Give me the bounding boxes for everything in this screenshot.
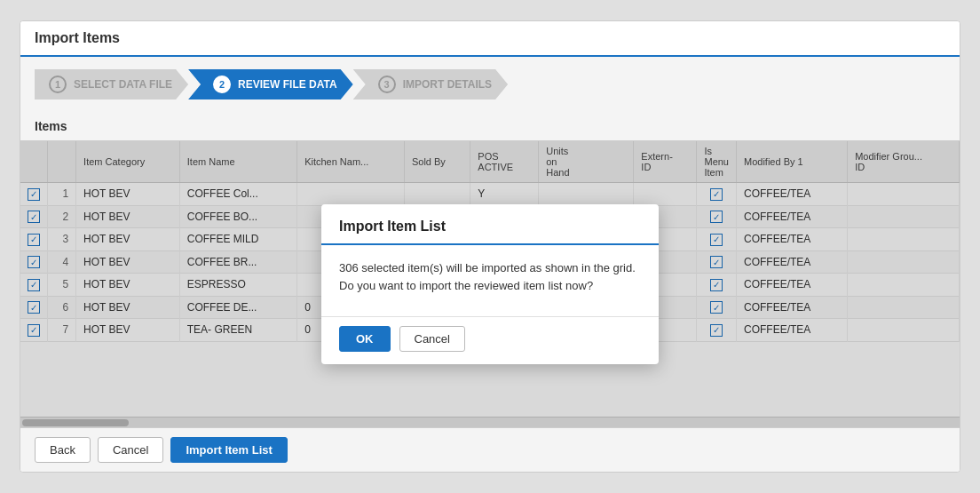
step-1-num: 1 [49, 76, 67, 93]
step-2-label: REVIEW FILE DATA [238, 78, 337, 91]
cancel-button[interactable]: Cancel [98, 437, 163, 463]
modal-footer: OK Cancel [321, 316, 659, 364]
import-button[interactable]: Import Item List [170, 437, 288, 463]
import-confirm-modal: Import Item List 306 selected item(s) wi… [321, 204, 659, 364]
step-3-num: 3 [378, 76, 396, 93]
step-3-label: IMPORT DETAILS [403, 78, 492, 91]
footer-bar: Back Cancel Import Item List [20, 427, 960, 472]
step-1-label: SELECT DATA FILE [74, 78, 172, 91]
modal-title: Import Item List [321, 204, 659, 245]
modal-ok-button[interactable]: OK [339, 326, 391, 352]
step-2-num: 2 [213, 76, 231, 93]
page-header: Import Items [20, 21, 960, 57]
step-3: 3 IMPORT DETAILS [353, 69, 508, 99]
modal-body-line1: 306 selected item(s) will be imported as… [339, 259, 641, 277]
page-title: Import Items [35, 30, 120, 45]
modal-body: 306 selected item(s) will be imported as… [321, 245, 659, 316]
stepper: 1 SELECT DATA FILE 2 REVIEW FILE DATA 3 … [20, 57, 960, 112]
step-2: 2 REVIEW FILE DATA [188, 69, 353, 99]
step-1: 1 SELECT DATA FILE [35, 69, 188, 99]
modal-body-line2: Do you want to import the reviewed item … [339, 277, 641, 295]
modal-cancel-button[interactable]: Cancel [399, 326, 465, 352]
back-button[interactable]: Back [35, 437, 91, 463]
items-section-header: Items [20, 112, 960, 141]
modal-overlay: Import Item List 306 selected item(s) wi… [20, 141, 960, 427]
table-wrapper: Item Category Item Name Kitchen Nam... S… [20, 141, 960, 427]
